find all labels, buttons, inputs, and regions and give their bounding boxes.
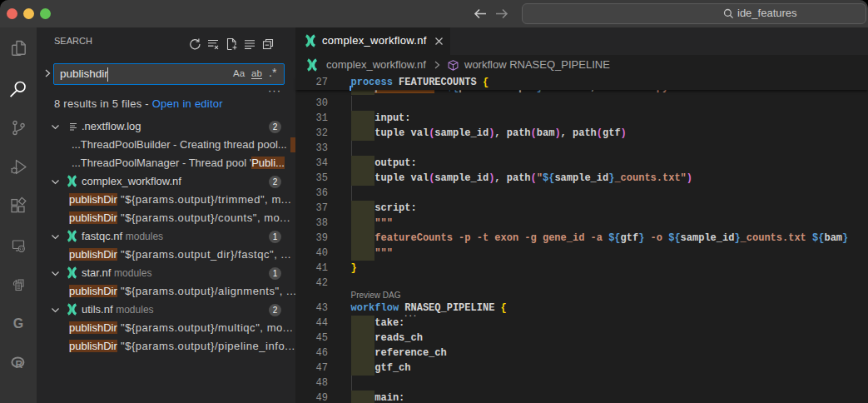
svg-text:R: R xyxy=(16,359,23,371)
